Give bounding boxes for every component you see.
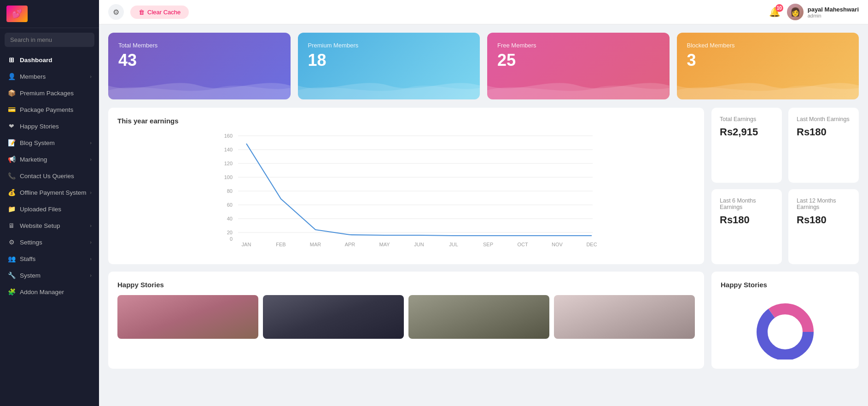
- stat-label: Total Members: [118, 42, 280, 49]
- nav-label: Members: [20, 73, 46, 80]
- sidebar-item-left: 💰 Offline Payment System: [7, 189, 87, 196]
- nav-label: Happy Stories: [20, 123, 59, 130]
- sidebar-item-settings[interactable]: ⚙ Settings ›: [0, 234, 99, 250]
- sidebar-item-contact-queries[interactable]: 📞 Contact Us Queries: [0, 168, 99, 184]
- sidebar-item-marketing[interactable]: 📢 Marketing ›: [0, 151, 99, 168]
- search-area: [0, 28, 99, 52]
- nav-label: Dashboard: [20, 57, 52, 64]
- chart-title: This year earnings: [117, 117, 695, 125]
- story-photo-1: [117, 295, 258, 339]
- nav-label: Addon Manager: [20, 289, 64, 296]
- sidebar-item-left: 👥 Staffs: [7, 255, 35, 262]
- donut-chart-svg: [748, 300, 822, 360]
- nav-icon: 💳: [7, 106, 16, 113]
- earnings-chart-panel: This year earnings 160 140: [108, 108, 704, 264]
- notification-bell[interactable]: 🔔 10: [769, 6, 781, 17]
- svg-text:160: 160: [224, 133, 233, 139]
- sidebar-item-dashboard[interactable]: ⊞ Dashboard: [0, 52, 99, 68]
- svg-text:60: 60: [227, 202, 233, 208]
- sidebar-item-offline-payment[interactable]: 💰 Offline Payment System ›: [0, 184, 99, 201]
- stat-value: 25: [497, 51, 659, 70]
- sidebar-item-left: 🧩 Addon Manager: [7, 288, 64, 296]
- earnings-chart-svg: 160 140 120 100 80 60 40 20 0 JAN FEB MA…: [117, 131, 695, 251]
- svg-point-30: [769, 315, 802, 348]
- stat-label: Premium Members: [308, 42, 470, 49]
- nav-icon: 📦: [7, 89, 16, 97]
- sidebar-item-left: 🔧 System: [7, 272, 41, 279]
- sidebar-item-addon-manager[interactable]: 🧩 Addon Manager: [0, 284, 99, 300]
- stat-label: Free Members: [497, 42, 659, 49]
- sidebar-item-left: 💳 Package Payments: [7, 106, 73, 113]
- clear-cache-label: Clear Cache: [147, 9, 181, 16]
- nav-icon: 📞: [7, 172, 16, 180]
- nav-icon: 📝: [7, 139, 16, 146]
- svg-text:MAY: MAY: [379, 242, 390, 247]
- earnings-label: Last Month Earnings: [797, 116, 851, 122]
- svg-text:0: 0: [230, 236, 233, 242]
- sidebar-item-premium-packages[interactable]: 📦 Premium Packages: [0, 85, 99, 101]
- svg-text:JUN: JUN: [414, 242, 424, 247]
- sidebar-item-happy-stories[interactable]: ❤ Happy Stories: [0, 118, 99, 134]
- nav-icon: ⚙: [7, 238, 16, 246]
- nav-label: Blog System: [20, 139, 55, 146]
- story-photo-2: [263, 295, 404, 339]
- sidebar-item-left: 📝 Blog System: [7, 139, 55, 146]
- nav-label: Contact Us Queries: [20, 173, 74, 180]
- sidebar-item-package-payments[interactable]: 💳 Package Payments: [0, 101, 99, 118]
- earnings-label: Last 12 Months Earnings: [797, 197, 851, 210]
- svg-text:SEP: SEP: [483, 242, 493, 247]
- sidebar-item-left: ❤ Happy Stories: [7, 122, 59, 130]
- story-photo-3: [408, 295, 549, 339]
- svg-text:MAR: MAR: [310, 242, 321, 247]
- nav-label: Marketing: [20, 156, 47, 163]
- nav-label: Website Setup: [20, 222, 60, 229]
- nav-icon: 👥: [7, 255, 16, 262]
- earnings-card-last-6-months-earnings: Last 6 Months Earnings Rs180: [711, 189, 782, 264]
- svg-text:100: 100: [224, 174, 233, 180]
- nav-label: System: [20, 272, 41, 279]
- earnings-value: Rs180: [797, 214, 851, 226]
- stat-value: 18: [308, 51, 470, 70]
- sidebar-item-left: 🖥 Website Setup: [7, 222, 60, 229]
- chevron-icon: ›: [90, 239, 92, 245]
- cache-icon: 🗑: [139, 9, 145, 16]
- svg-text:FEB: FEB: [276, 242, 285, 247]
- sidebar-item-staffs[interactable]: 👥 Staffs ›: [0, 250, 99, 267]
- nav-icon: 📁: [7, 205, 16, 213]
- earnings-value: Rs2,915: [720, 126, 774, 138]
- nav-icon: 👤: [7, 73, 16, 80]
- nav-icon: 🖥: [7, 222, 16, 229]
- wave-area: [677, 72, 859, 99]
- svg-text:JAN: JAN: [242, 242, 251, 247]
- sidebar-item-blog-system[interactable]: 📝 Blog System ›: [0, 134, 99, 151]
- stat-card-total-members: Total Members 43: [108, 33, 291, 99]
- search-input[interactable]: [5, 33, 94, 47]
- user-profile[interactable]: 👩 payal Maheshwari admin: [787, 4, 859, 20]
- topbar: ⚙ 🗑 Clear Cache 🔔 10 👩 payal Maheshwari …: [99, 0, 868, 24]
- sidebar-item-system[interactable]: 🔧 System ›: [0, 267, 99, 284]
- sidebar: 💕 ⊞ Dashboard 👤 Members › 📦 Premium Pack…: [0, 0, 99, 406]
- nav-label: Settings: [20, 239, 42, 246]
- happy-stories-panel: Happy Stories: [108, 272, 704, 369]
- svg-text:120: 120: [224, 161, 233, 166]
- svg-text:JUL: JUL: [449, 242, 458, 247]
- svg-text:40: 40: [227, 216, 233, 221]
- user-name: payal Maheshwari: [808, 6, 859, 13]
- clear-cache-button[interactable]: 🗑 Clear Cache: [130, 6, 189, 19]
- story-photo-4: [554, 295, 695, 339]
- svg-text:APR: APR: [345, 242, 355, 247]
- user-role: admin: [808, 13, 859, 18]
- earnings-card-last-month-earnings: Last Month Earnings Rs180: [788, 108, 859, 183]
- chevron-icon: ›: [90, 74, 92, 79]
- svg-text:80: 80: [227, 188, 233, 194]
- sidebar-item-uploaded-files[interactable]: 📁 Uploaded Files: [0, 201, 99, 217]
- svg-text:20: 20: [227, 230, 233, 235]
- wave-area: [298, 72, 480, 99]
- stories-section: Happy Stories Happy Stories: [108, 272, 859, 369]
- dashboard-grid: This year earnings 160 140: [108, 108, 859, 264]
- earnings-value: Rs180: [720, 214, 774, 226]
- sidebar-item-website-setup[interactable]: 🖥 Website Setup ›: [0, 217, 99, 234]
- sidebar-item-members[interactable]: 👤 Members ›: [0, 68, 99, 85]
- nav-icon: 💰: [7, 189, 16, 196]
- gear-button[interactable]: ⚙: [108, 4, 124, 20]
